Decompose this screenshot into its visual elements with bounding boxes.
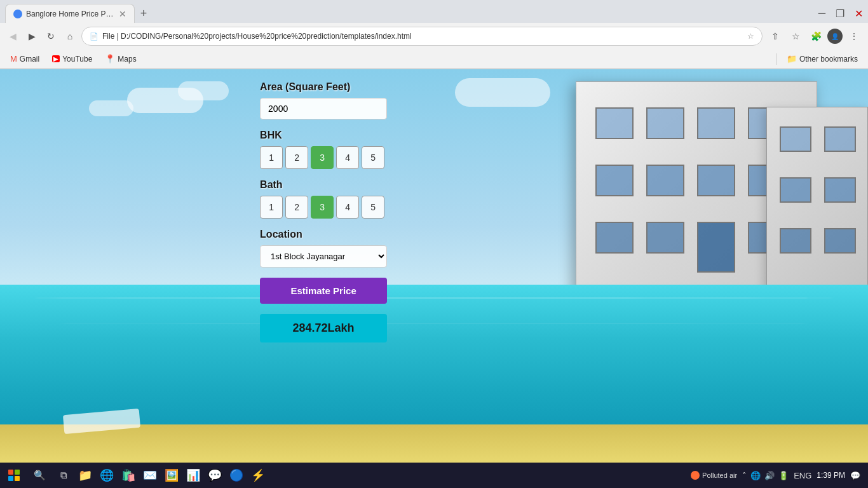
estimate-price-button[interactable]: Estimate Price xyxy=(260,278,387,304)
extension-button[interactable]: 🧩 xyxy=(807,27,825,45)
store-button[interactable]: 🛍️ xyxy=(118,465,139,485)
svg-point-0 xyxy=(15,11,20,17)
forward-button[interactable]: ▶ xyxy=(24,29,39,44)
bookmark-maps-label: Maps xyxy=(118,55,136,64)
bookmark-gmail[interactable]: M Gmail xyxy=(5,53,44,65)
pool-edge xyxy=(0,424,868,463)
bookmark-button[interactable]: ☆ xyxy=(787,27,804,45)
secure-icon: 📄 xyxy=(90,32,98,41)
bhk-option-3[interactable]: 3 xyxy=(311,146,334,169)
taskbar-time[interactable]: 1:39 PM xyxy=(817,471,845,480)
taskbar-search-button[interactable]: 🔍 xyxy=(27,465,52,485)
air-quality-label: Polluted air xyxy=(702,471,737,479)
new-tab-button[interactable]: + xyxy=(135,4,153,22)
gmail-icon: M xyxy=(10,54,17,64)
profile-avatar[interactable]: 👤 xyxy=(827,29,843,44)
area-input[interactable] xyxy=(260,98,387,119)
bath-option-4[interactable]: 4 xyxy=(336,196,359,219)
maps-icon: 📍 xyxy=(105,54,115,64)
bookmarks-divider xyxy=(776,53,776,65)
battery-icon[interactable]: 🔋 xyxy=(778,471,789,480)
search-icon: 🔍 xyxy=(34,470,46,481)
share-button[interactable]: ⇧ xyxy=(766,27,784,45)
minimize-button[interactable]: ─ xyxy=(818,8,825,19)
price-prediction-form: Area (Square Feet) BHK 1 2 3 4 5 Bath 1 xyxy=(260,81,400,342)
teams-button[interactable]: 💬 xyxy=(205,465,225,485)
price-result: 284.72Lakh xyxy=(260,314,387,342)
restore-button[interactable]: ❐ xyxy=(836,8,844,20)
bhk-option-4[interactable]: 4 xyxy=(336,146,359,169)
other-bookmarks-label: Other bookmarks xyxy=(799,55,858,64)
browser-tab[interactable]: Banglore Home Price Prediction ✕ xyxy=(5,4,135,23)
system-tray-chevron[interactable]: ˄ xyxy=(742,471,747,480)
photos-button[interactable]: 🖼️ xyxy=(161,465,182,485)
bath-option-1[interactable]: 1 xyxy=(260,196,283,219)
language-indicator[interactable]: ENG xyxy=(794,471,811,480)
air-quality-dot xyxy=(691,471,700,480)
task-view-button[interactable]: ⧉ xyxy=(53,465,74,485)
bath-label: Bath xyxy=(260,179,400,191)
bookmark-youtube[interactable]: ▶ YouTube xyxy=(47,53,97,65)
menu-button[interactable]: ⋮ xyxy=(845,27,863,45)
home-button[interactable]: ⌂ xyxy=(62,29,78,44)
start-button[interactable] xyxy=(3,464,25,487)
cloud-2 xyxy=(178,81,229,100)
edge-icon: 🌐 xyxy=(100,468,114,482)
bookmark-star[interactable]: ☆ xyxy=(747,32,754,41)
mail-button[interactable]: ✉️ xyxy=(140,465,160,485)
bath-option-2[interactable]: 2 xyxy=(285,196,308,219)
bhk-group: BHK 1 2 3 4 5 xyxy=(260,130,400,169)
bookmark-gmail-label: Gmail xyxy=(20,55,39,64)
location-select[interactable]: 1st Block Jayanagar 2nd Block Jayanagar … xyxy=(260,245,387,268)
address-bar[interactable]: File | D:/CODING/Personal%20projects/Hou… xyxy=(102,32,743,41)
bhk-option-5[interactable]: 5 xyxy=(362,146,384,169)
teams-icon: 💬 xyxy=(208,468,222,482)
youtube-icon: ▶ xyxy=(52,55,60,62)
bath-option-3[interactable]: 3 xyxy=(311,196,334,219)
pool-background xyxy=(0,285,868,463)
bhk-label: BHK xyxy=(260,130,400,141)
network-icon[interactable]: 🌐 xyxy=(750,471,761,480)
cloud-3 xyxy=(89,100,133,116)
bookmark-maps[interactable]: 📍 Maps xyxy=(100,53,141,65)
estimate-group: Estimate Price xyxy=(260,278,400,304)
bath-group: Bath 1 2 3 4 5 xyxy=(260,179,400,219)
office-button[interactable]: 📊 xyxy=(183,465,203,485)
edge-button[interactable]: 🌐 xyxy=(97,465,117,485)
location-group: Location 1st Block Jayanagar 2nd Block J… xyxy=(260,229,400,268)
other-bookmarks[interactable]: 📁 Other bookmarks xyxy=(782,53,863,65)
photos-icon: 🖼️ xyxy=(165,468,179,482)
store-icon: 🛍️ xyxy=(121,468,135,482)
bhk-button-group: 1 2 3 4 5 xyxy=(260,146,400,169)
chrome-icon: 🔵 xyxy=(229,468,243,482)
area-label: Area (Square Feet) xyxy=(260,81,400,93)
folder-icon: 📁 xyxy=(787,54,797,64)
bhk-option-1[interactable]: 1 xyxy=(260,146,283,169)
bookmark-youtube-label: YouTube xyxy=(62,55,92,64)
notification-button[interactable]: 💬 xyxy=(850,471,860,480)
area-group: Area (Square Feet) xyxy=(260,81,400,119)
air-quality-indicator: Polluted air xyxy=(691,471,737,480)
task-view-icon: ⧉ xyxy=(60,470,67,481)
tab-close-button[interactable]: ✕ xyxy=(119,9,126,19)
chrome-button[interactable]: 🔵 xyxy=(226,465,247,485)
tab-favicon xyxy=(13,10,22,18)
back-button[interactable]: ◀ xyxy=(5,29,20,44)
vscode-button[interactable]: ⚡ xyxy=(248,465,268,485)
refresh-button[interactable]: ↻ xyxy=(43,29,58,44)
volume-icon[interactable]: 🔊 xyxy=(764,471,775,480)
tab-title: Banglore Home Price Prediction xyxy=(26,10,115,18)
bhk-option-2[interactable]: 2 xyxy=(285,146,308,169)
vscode-icon: ⚡ xyxy=(251,468,265,482)
bath-option-5[interactable]: 5 xyxy=(362,196,384,219)
bath-button-group: 1 2 3 4 5 xyxy=(260,196,400,219)
file-explorer-button[interactable]: 📁 xyxy=(75,465,95,485)
close-button[interactable]: ✕ xyxy=(855,8,863,20)
folder-icon: 📁 xyxy=(78,468,92,482)
location-label: Location xyxy=(260,229,400,240)
office-icon: 📊 xyxy=(186,468,200,482)
mail-icon: ✉️ xyxy=(143,468,157,482)
